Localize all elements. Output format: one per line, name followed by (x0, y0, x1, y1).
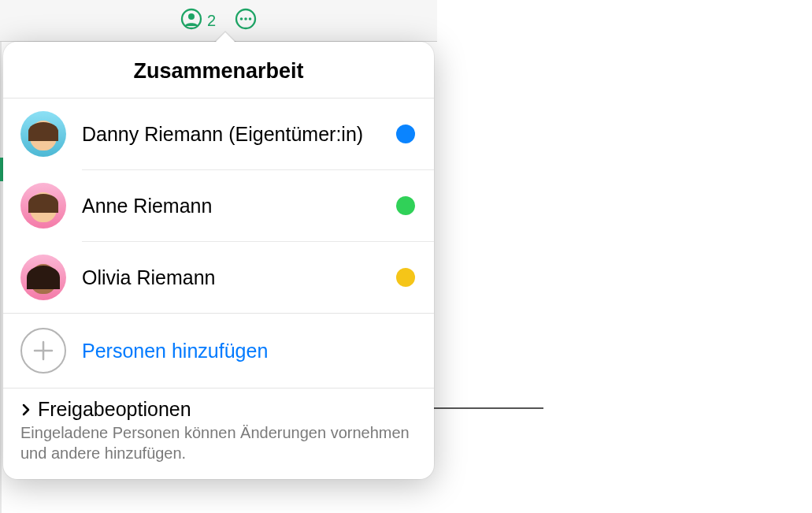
chevron-right-icon (20, 402, 32, 418)
svg-point-3 (240, 17, 243, 20)
person-row[interactable]: Danny Riemann (Eigentümer:in) (3, 99, 434, 169)
plus-circle-icon (20, 328, 66, 374)
status-indicator (396, 268, 415, 287)
avatar (20, 111, 66, 157)
status-indicator (396, 125, 415, 143)
add-people-label: Personen hinzufügen (82, 340, 268, 362)
person-row[interactable]: Olivia Riemann (3, 242, 434, 313)
sharing-options-button[interactable]: Freigabeoptionen Eingeladene Personen kö… (3, 388, 434, 479)
participants-button[interactable]: 2 (180, 8, 216, 33)
ellipsis-circle-icon (235, 8, 257, 33)
add-people-button[interactable]: Personen hinzufügen (3, 314, 434, 388)
participant-count: 2 (207, 12, 216, 30)
person-circle-icon (180, 8, 202, 33)
person-name: Danny Riemann (Eigentümer:in) (82, 123, 380, 146)
popover-title: Zusammenarbeit (3, 42, 434, 99)
person-name: Olivia Riemann (82, 266, 380, 289)
avatar (20, 183, 66, 229)
svg-point-1 (188, 13, 195, 20)
avatar (20, 255, 66, 300)
person-row[interactable]: Anne Riemann (3, 170, 434, 241)
person-name: Anne Riemann (82, 195, 380, 217)
more-button[interactable] (235, 8, 257, 33)
status-indicator (396, 196, 415, 215)
svg-point-5 (249, 17, 252, 20)
collaboration-popover: Zusammenarbeit Danny Riemann (Eigentümer… (3, 42, 434, 479)
sharing-options-title: Freigabeoptionen (38, 398, 191, 421)
svg-point-4 (244, 17, 247, 20)
sharing-options-subtitle: Eingeladene Personen können Änderungen v… (20, 422, 417, 463)
